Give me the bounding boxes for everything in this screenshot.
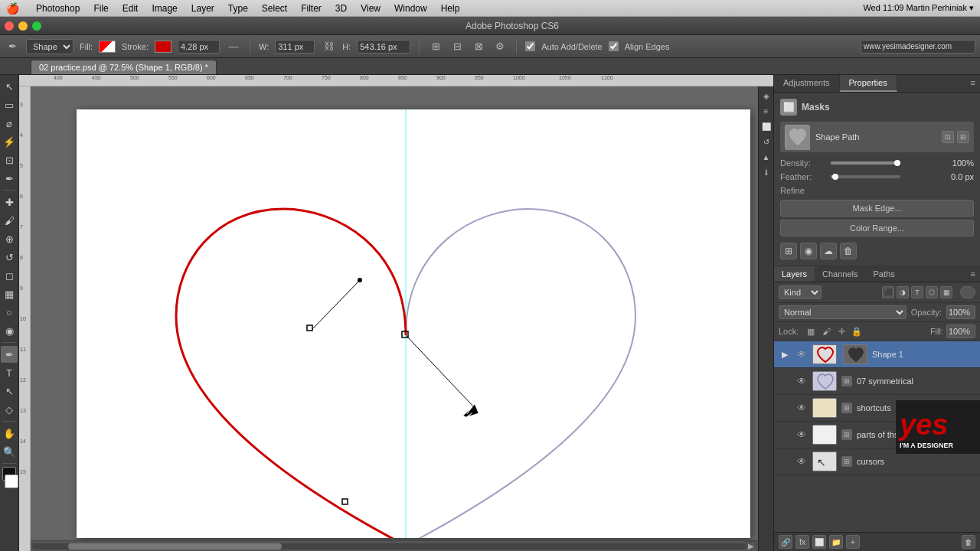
menu-view[interactable]: View	[361, 3, 381, 14]
filter-type-select[interactable]: Kind Name Effect	[779, 285, 822, 299]
dodge-tool[interactable]: ◉	[1, 322, 18, 339]
tab-paths[interactable]: Paths	[866, 266, 903, 282]
disable-mask-icon[interactable]: ◉	[800, 243, 817, 259]
filter-adjust-icon[interactable]: ◑	[897, 286, 909, 298]
expand-arrow[interactable]: ▶	[779, 350, 791, 360]
path-select-tool[interactable]: ↖	[1, 383, 18, 399]
layer-item[interactable]: 👁 ⊞ parts of ths yes I'M A DESIGNER	[774, 422, 980, 448]
properties-icon[interactable]: ≡	[760, 105, 773, 117]
move-tool[interactable]: ↖	[1, 78, 18, 95]
layer-visibility-toggle[interactable]: 👁	[795, 375, 808, 387]
menu-layer[interactable]: Layer	[191, 3, 214, 14]
shape-path-row[interactable]: Shape Path ⊡ ⊟	[780, 122, 974, 152]
align-icon[interactable]: ⊞	[428, 39, 443, 54]
opacity-input[interactable]	[946, 305, 975, 319]
density-slider-thumb[interactable]	[894, 160, 900, 166]
scrollbar-bottom[interactable]: ▶	[31, 540, 758, 551]
blend-mode-select[interactable]: Normal Multiply Screen	[779, 305, 906, 319]
stroke-swatch[interactable]	[155, 41, 172, 53]
auto-add-delete-checkbox[interactable]	[525, 41, 535, 51]
panel-menu-icon[interactable]: ≡	[966, 75, 980, 92]
stroke-size-input[interactable]	[178, 40, 220, 54]
blur-tool[interactable]: ○	[1, 304, 18, 321]
layer-visibility-toggle[interactable]: 👁	[795, 455, 808, 468]
lasso-tool[interactable]: ⌀	[1, 115, 18, 132]
fill-input[interactable]	[946, 324, 975, 338]
mask-from-sel-icon[interactable]: ☁	[820, 243, 837, 259]
filter-smart-icon[interactable]: ▦	[940, 286, 952, 298]
link-icon[interactable]: ⛓	[321, 39, 336, 54]
menu-type[interactable]: Type	[228, 3, 248, 14]
crop-tool[interactable]: ⊡	[1, 152, 18, 168]
apply-mask-icon[interactable]: ⊞	[780, 243, 797, 259]
layer-visibility-toggle[interactable]: 👁	[795, 429, 808, 441]
menu-edit[interactable]: Edit	[122, 3, 139, 14]
layer-item[interactable]: ▶ 👁 Shape 1	[774, 341, 980, 368]
menu-select[interactable]: Select	[262, 3, 287, 14]
stamp-tool[interactable]: ⊕	[1, 230, 18, 247]
quick-select-tool[interactable]: ⚡	[1, 133, 18, 150]
distribute-icon[interactable]: ⊟	[449, 39, 465, 54]
shape-mode-select[interactable]: Shape Path Pixels	[26, 39, 74, 54]
new-layer-icon[interactable]: +	[846, 535, 860, 549]
pen-tool[interactable]: ✒	[1, 346, 18, 363]
feather-slider[interactable]	[831, 175, 900, 178]
info-icon[interactable]: ℹ	[760, 166, 773, 178]
layers-panel-menu[interactable]: ≡	[966, 266, 980, 282]
gradient-tool[interactable]: ▦	[1, 285, 18, 302]
scroll-right-arrow[interactable]: ▶	[746, 541, 756, 552]
minimize-button[interactable]	[18, 21, 28, 31]
heal-tool[interactable]: ✚	[1, 194, 18, 210]
arrange-icon[interactable]: ⊠	[471, 39, 486, 54]
lock-pixels-icon[interactable]: 🖌	[820, 325, 832, 337]
hand-tool[interactable]: ✋	[1, 425, 18, 442]
layer-item[interactable]: 👁 ⊞ 07 symmetrical	[774, 368, 980, 395]
width-input[interactable]	[275, 40, 315, 54]
lock-all-icon[interactable]: 🔒	[851, 325, 863, 337]
mask-edge-button[interactable]: Mask Edge...	[780, 200, 974, 217]
filter-toggle[interactable]	[960, 286, 975, 298]
scroll-thumb[interactable]	[68, 543, 283, 549]
filter-pixel-icon[interactable]: ⬛	[882, 286, 894, 298]
eraser-tool[interactable]: ◻	[1, 267, 18, 284]
zoom-tool[interactable]: 🔍	[1, 443, 18, 460]
canvas[interactable]	[77, 109, 750, 538]
density-slider[interactable]	[831, 161, 900, 165]
menu-3d[interactable]: 3D	[335, 3, 347, 14]
shape-path-icon-2[interactable]: ⊟	[957, 131, 969, 143]
background-color[interactable]	[5, 474, 18, 488]
tab-properties[interactable]: Properties	[840, 75, 897, 92]
delete-mask-icon[interactable]: 🗑	[840, 243, 857, 259]
link-layers-icon[interactable]: 🔗	[779, 535, 792, 549]
layer-visibility-toggle[interactable]: 👁	[795, 402, 808, 414]
lock-position-icon[interactable]: ✛	[835, 325, 848, 337]
scroll-track[interactable]	[32, 543, 746, 549]
url-input[interactable]	[861, 40, 975, 54]
canvas-container[interactable]: ▶	[31, 86, 758, 551]
stroke-style-icon[interactable]: —	[226, 39, 241, 54]
shape-tool[interactable]: ◇	[1, 401, 18, 418]
menu-filter[interactable]: Filter	[301, 3, 322, 14]
menu-image[interactable]: Image	[152, 3, 177, 14]
type-tool[interactable]: T	[1, 364, 18, 381]
tab-adjustments[interactable]: Adjustments	[774, 75, 840, 92]
shape-path-icon-1[interactable]: ⊡	[942, 131, 954, 143]
close-button[interactable]	[5, 21, 14, 31]
adjustments-icon[interactable]: ◈	[760, 90, 773, 102]
height-input[interactable]	[357, 40, 410, 54]
menu-photoshop[interactable]: Photoshop	[36, 3, 80, 14]
settings-icon[interactable]: ⚙	[492, 39, 508, 54]
new-group-icon[interactable]: 📁	[829, 535, 843, 549]
apple-menu[interactable]: 🍎	[6, 2, 19, 15]
filter-type-icon[interactable]: T	[911, 286, 923, 298]
add-mask-icon[interactable]: ⬜	[812, 535, 826, 549]
feather-slider-thumb[interactable]	[832, 174, 838, 180]
brush-tool[interactable]: 🖌	[1, 212, 18, 229]
menu-file[interactable]: File	[93, 3, 108, 14]
lock-transparency-icon[interactable]: ▦	[805, 325, 817, 337]
layer-visibility-toggle[interactable]: 👁	[795, 348, 808, 360]
color-range-button[interactable]: Color Range...	[780, 220, 974, 236]
fill-swatch[interactable]	[99, 41, 116, 53]
align-edges-checkbox[interactable]	[609, 41, 619, 51]
pen-tool-icon[interactable]: ✒	[5, 39, 20, 54]
